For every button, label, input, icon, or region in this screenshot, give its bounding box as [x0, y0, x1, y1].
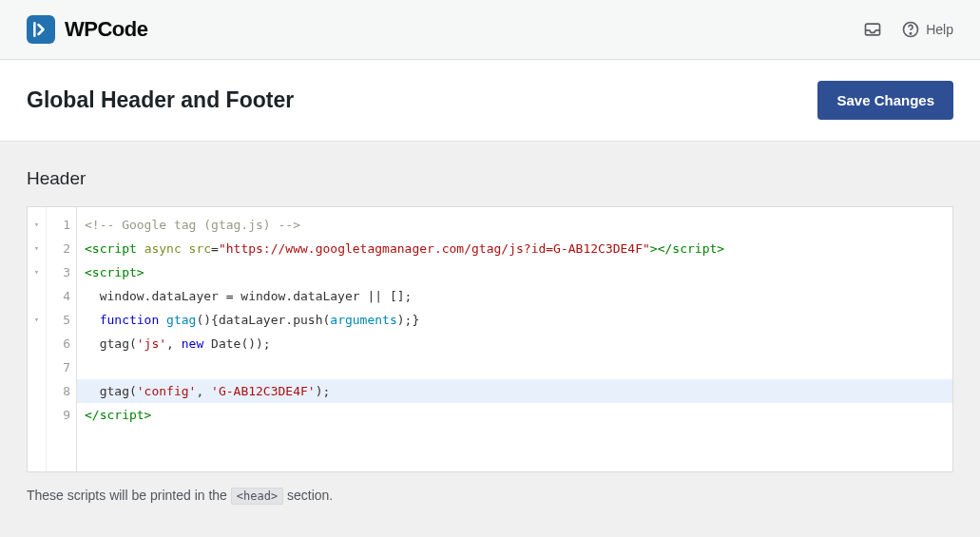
- help-icon: [901, 20, 920, 39]
- help-label: Help: [926, 22, 953, 37]
- content-area: Header ▾▾▾▾ 123456789 <!-- Google tag (g…: [0, 142, 980, 512]
- code-line[interactable]: gtag('config', 'G-AB12C3DE4F');: [77, 379, 952, 403]
- code-line[interactable]: <script async src="https://www.googletag…: [85, 237, 945, 260]
- line-number: 7: [47, 355, 70, 379]
- logo-text: WPCode: [65, 17, 147, 42]
- fold-marker: [28, 403, 46, 427]
- footnote-tag: <head>: [231, 488, 283, 505]
- line-number: 9: [47, 403, 70, 427]
- fold-marker: [28, 379, 46, 403]
- fold-marker: [28, 284, 46, 308]
- code-line[interactable]: window.dataLayer = window.dataLayer || […: [85, 284, 945, 308]
- line-number: 2: [47, 237, 70, 260]
- line-number: 1: [47, 213, 70, 237]
- inbox-icon[interactable]: [863, 20, 882, 39]
- code-line[interactable]: <!-- Google tag (gtag.js) -->: [85, 213, 945, 237]
- editor-code-area[interactable]: <!-- Google tag (gtag.js) --><script asy…: [77, 207, 952, 471]
- line-number: 5: [47, 308, 70, 332]
- topbar: WPCode Help: [0, 0, 980, 60]
- wpcode-logo-icon: [27, 15, 55, 44]
- footnote-after: section.: [283, 488, 333, 503]
- save-changes-button[interactable]: Save Changes: [817, 81, 953, 120]
- fold-marker[interactable]: ▾: [28, 260, 46, 284]
- code-line[interactable]: <script>: [85, 260, 945, 284]
- fold-marker[interactable]: ▾: [28, 308, 46, 332]
- page-title: Global Header and Footer: [27, 87, 294, 113]
- svg-point-3: [911, 33, 912, 34]
- topbar-right: Help: [863, 20, 953, 39]
- editor-fold-gutter[interactable]: ▾▾▾▾: [28, 207, 47, 471]
- fold-marker[interactable]: ▾: [28, 213, 46, 237]
- code-line[interactable]: function gtag(){dataLayer.push(arguments…: [85, 308, 945, 332]
- code-editor[interactable]: ▾▾▾▾ 123456789 <!-- Google tag (gtag.js)…: [27, 206, 953, 472]
- line-number: 8: [47, 379, 70, 403]
- code-line[interactable]: gtag('js', new Date());: [85, 332, 945, 355]
- fold-marker: [28, 332, 46, 355]
- editor-line-gutter: 123456789: [47, 207, 77, 471]
- footnote-before: These scripts will be printed in the: [27, 488, 231, 503]
- footnote: These scripts will be printed in the <he…: [27, 472, 953, 503]
- header-section-title: Header: [27, 168, 953, 189]
- code-line[interactable]: </script>: [85, 403, 945, 427]
- fold-marker[interactable]: ▾: [28, 237, 46, 260]
- page-header: Global Header and Footer Save Changes: [0, 60, 980, 142]
- line-number: 3: [47, 260, 70, 284]
- help-link[interactable]: Help: [901, 20, 953, 39]
- line-number: 4: [47, 284, 70, 308]
- code-line[interactable]: [85, 355, 945, 379]
- line-number: 6: [47, 332, 70, 355]
- logo[interactable]: WPCode: [27, 15, 147, 44]
- fold-marker: [28, 355, 46, 379]
